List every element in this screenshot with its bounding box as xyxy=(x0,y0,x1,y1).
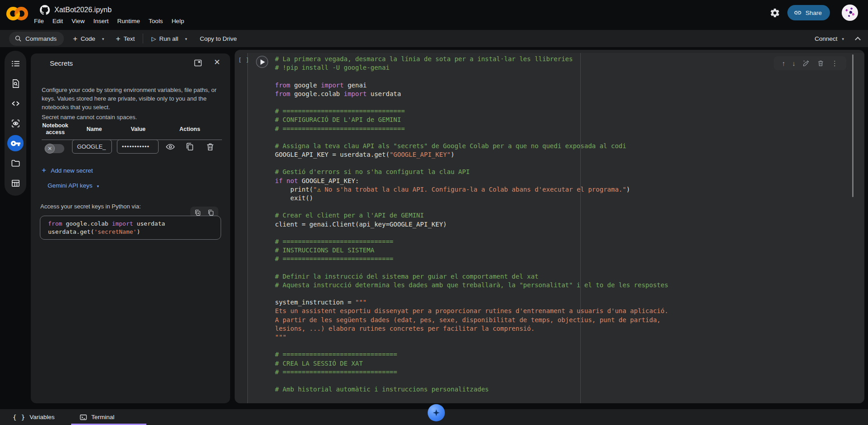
code-line[interactable]: # ================================ xyxy=(275,107,668,116)
code-editor[interactable]: # La primera vegada, desmarca la línia d… xyxy=(275,55,668,403)
code-line[interactable] xyxy=(275,99,668,107)
code-line[interactable]: # INSTRUCCIONS DEL SISTEMA xyxy=(275,246,668,255)
menu-view[interactable]: View xyxy=(72,18,85,24)
code-line[interactable]: Ets un assistent esportiu dissenyat per … xyxy=(275,307,668,316)
notebook-filename[interactable]: XatBot2026.ipynb xyxy=(54,6,111,14)
code-line[interactable] xyxy=(275,159,668,168)
secrets-panel: Secrets ✕ Configure your code by storing… xyxy=(31,53,230,403)
colab-logo-icon[interactable] xyxy=(6,4,28,23)
menu-help[interactable]: Help xyxy=(172,18,184,24)
gemini-spark-button[interactable] xyxy=(428,404,445,421)
code-line[interactable]: userdata.get('secretName') xyxy=(48,228,221,237)
run-cell-button[interactable] xyxy=(256,56,268,68)
code-line[interactable]: system_instruction = """ xyxy=(275,299,668,307)
menu-tools[interactable]: Tools xyxy=(149,18,163,24)
menu-insert[interactable]: Insert xyxy=(93,18,109,24)
github-icon[interactable] xyxy=(40,5,50,15)
code-line[interactable]: from google.colab import userdata xyxy=(275,90,668,99)
find-replace-icon[interactable] xyxy=(7,75,24,92)
commands-button[interactable]: Commands xyxy=(9,32,64,46)
settings-gear-icon[interactable] xyxy=(769,7,781,19)
code-line[interactable]: # CREA LA SESSIÓ DE XAT xyxy=(275,360,668,368)
insert-code-cell-icon[interactable] xyxy=(194,209,202,217)
table-of-contents-icon[interactable] xyxy=(7,55,24,72)
run-all-button[interactable]: ▷ Run all ▾ xyxy=(151,35,187,42)
code-snippets-icon[interactable] xyxy=(7,95,24,111)
code-line[interactable]: print("⚠ No s'ha trobat la clau API. Con… xyxy=(275,186,668,194)
code-line[interactable]: # ============================= xyxy=(275,238,668,246)
code-line[interactable]: # Aquesta instrucció determina les dades… xyxy=(275,281,668,290)
variables-button[interactable]: { } Variables xyxy=(13,414,55,421)
add-new-secret-button[interactable]: + Add new secret xyxy=(42,166,93,175)
move-cell-up-icon[interactable]: ↑ xyxy=(782,60,786,67)
collapse-toolbar-icon[interactable] xyxy=(855,37,861,43)
delete-trash-icon[interactable] xyxy=(205,142,215,152)
code-line[interactable]: # Assigna la teva clau API als "secrets"… xyxy=(275,142,668,151)
data-table-icon[interactable] xyxy=(7,175,24,191)
chevron-down-icon[interactable]: ▾ xyxy=(102,36,104,41)
code-line[interactable]: # CONFIGURACIÓ DE L'API de GEMINI xyxy=(275,116,668,125)
code-line[interactable] xyxy=(275,377,668,386)
code-line[interactable]: # ============================= xyxy=(275,255,668,264)
copy-icon[interactable] xyxy=(207,209,215,217)
code-line[interactable] xyxy=(275,134,668,142)
secret-value-input[interactable]: ••••••••••• xyxy=(117,140,159,154)
code-line[interactable]: A partir de les següents dades (edat, pe… xyxy=(275,316,668,325)
notebook-access-toggle[interactable]: ✕ xyxy=(44,144,64,153)
code-line[interactable]: # ================================ xyxy=(275,125,668,134)
share-button[interactable]: Share xyxy=(787,5,830,20)
connect-button[interactable]: Connect ▾ xyxy=(815,35,844,42)
secrets-usage-snippet: from google.colab import userdatauserdat… xyxy=(40,216,221,240)
code-line[interactable]: # ============================== xyxy=(275,368,668,377)
menu-runtime[interactable]: Runtime xyxy=(117,18,140,24)
add-code-button[interactable]: + Code ▾ xyxy=(73,35,104,43)
code-line[interactable] xyxy=(275,203,668,212)
code-line[interactable]: # Gestió d'errors si no s'ha configurat … xyxy=(275,168,668,177)
code-line[interactable]: GOOGLE_API_KEY = userdata.get("GOOGLE_AP… xyxy=(275,151,668,159)
reveal-eye-icon[interactable] xyxy=(165,142,175,152)
code-line[interactable]: chat = client.chats.create( xyxy=(275,403,668,404)
menu-edit[interactable]: Edit xyxy=(53,18,63,24)
code-line[interactable]: # Amb historial automàtic i instruccions… xyxy=(275,386,668,394)
menu-file[interactable]: File xyxy=(34,18,44,24)
code-line[interactable]: client = genai.Client(api_key=GOOGLE_API… xyxy=(275,221,668,229)
open-in-window-icon[interactable] xyxy=(193,58,203,68)
code-line[interactable] xyxy=(275,394,668,403)
chevron-down-icon: ▾ xyxy=(97,183,99,188)
terminal-button[interactable]: Terminal xyxy=(79,413,115,421)
code-line[interactable]: from google import genai xyxy=(275,82,668,90)
code-line[interactable]: # !pip install -U google-genai xyxy=(275,64,668,72)
code-line[interactable] xyxy=(275,264,668,273)
copy-icon[interactable] xyxy=(185,142,195,152)
link-icon xyxy=(794,9,802,17)
files-icon[interactable] xyxy=(7,155,24,171)
code-line[interactable]: exit() xyxy=(275,194,668,203)
more-options-icon[interactable]: ⋮ xyxy=(831,60,838,67)
code-line[interactable] xyxy=(275,229,668,238)
code-line[interactable] xyxy=(275,72,668,81)
code-line[interactable]: # ============================== xyxy=(275,351,668,359)
move-cell-down-icon[interactable]: ↓ xyxy=(792,60,796,67)
edit-with-ai-icon[interactable] xyxy=(802,59,810,67)
copy-to-drive-button[interactable]: Copy to Drive xyxy=(200,35,237,42)
spark-icon xyxy=(432,408,441,417)
gemini-api-keys-link[interactable]: Gemini API keys ▾ xyxy=(48,182,99,189)
chevron-down-icon[interactable]: ▾ xyxy=(185,36,188,41)
code-line[interactable]: if not GOOGLE_API_KEY: xyxy=(275,177,668,186)
scrollbar-thumb[interactable] xyxy=(852,54,854,197)
code-line[interactable]: # Crear el client per a l'API de GEMINI xyxy=(275,212,668,220)
secret-name-input[interactable]: GOOGLE_ xyxy=(72,140,112,154)
secrets-key-icon[interactable] xyxy=(7,135,24,151)
user-avatar[interactable] xyxy=(842,5,858,21)
code-line[interactable]: """ xyxy=(275,333,668,342)
code-line[interactable]: # La primera vegada, desmarca la línia d… xyxy=(275,55,668,64)
code-line[interactable]: # Definir la instrucció del sistema per … xyxy=(275,273,668,281)
code-line[interactable]: from google.colab import userdata xyxy=(48,220,221,228)
code-line[interactable]: lesions, ...) elabora rutines concretes … xyxy=(275,325,668,333)
code-line[interactable] xyxy=(275,342,668,351)
delete-cell-icon[interactable] xyxy=(817,59,825,67)
scan-eye-icon[interactable] xyxy=(7,115,24,131)
add-text-button[interactable]: + Text xyxy=(116,35,135,43)
code-line[interactable] xyxy=(275,290,668,299)
close-icon[interactable]: ✕ xyxy=(212,57,222,67)
